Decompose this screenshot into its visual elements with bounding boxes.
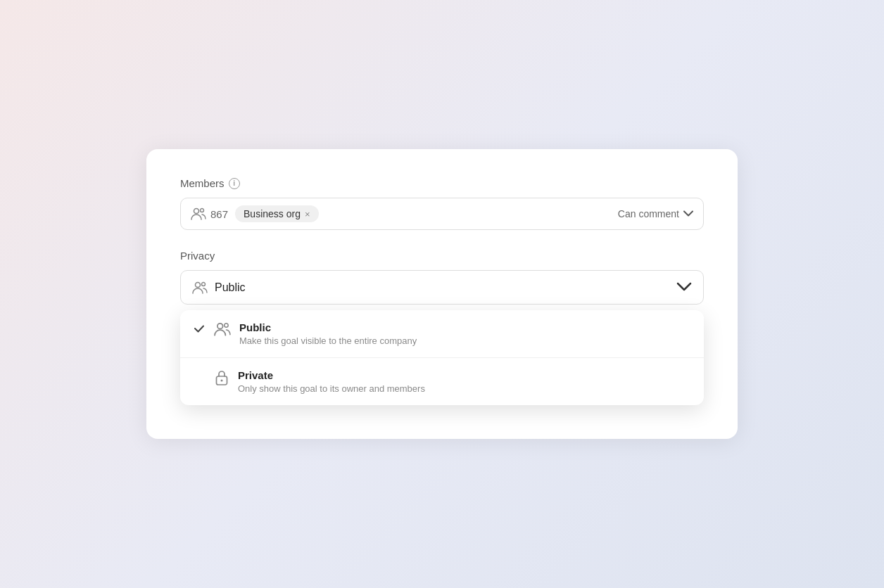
check-icon bbox=[194, 323, 206, 335]
svg-point-5 bbox=[225, 324, 228, 327]
privacy-people-icon bbox=[192, 281, 208, 294]
tag-label: Business org bbox=[244, 208, 301, 219]
public-people-icon bbox=[214, 322, 231, 336]
private-option-content: Private Only show this goal to its owner… bbox=[238, 369, 425, 394]
permission-dropdown[interactable]: Can comment bbox=[618, 208, 693, 219]
member-count-value: 867 bbox=[210, 208, 228, 220]
svg-point-3 bbox=[202, 282, 206, 286]
tag-close-button[interactable]: × bbox=[305, 210, 310, 219]
public-option-title: Public bbox=[239, 321, 417, 333]
private-option-title: Private bbox=[238, 369, 425, 381]
privacy-option-public[interactable]: Public Make this goal visible to the ent… bbox=[180, 310, 704, 358]
people-icon bbox=[191, 207, 206, 220]
privacy-dropdown-panel: Public Make this goal visible to the ent… bbox=[180, 310, 704, 405]
members-section-label: Members i bbox=[180, 177, 704, 189]
svg-point-2 bbox=[196, 282, 201, 287]
members-field: 867 Business org × Can comment bbox=[180, 198, 704, 230]
privacy-label: Privacy bbox=[180, 250, 215, 262]
svg-point-4 bbox=[217, 324, 223, 329]
privacy-option-private[interactable]: Private Only show this goal to its owner… bbox=[180, 358, 704, 405]
members-info-icon[interactable]: i bbox=[229, 178, 240, 189]
permission-label: Can comment bbox=[618, 208, 679, 219]
lock-icon bbox=[214, 369, 229, 386]
members-count: 867 bbox=[191, 207, 228, 220]
private-option-desc: Only show this goal to its owner and mem… bbox=[238, 383, 425, 394]
settings-card: Members i 867 Business org × Can comment bbox=[146, 149, 738, 439]
svg-point-7 bbox=[221, 380, 223, 382]
privacy-section-label: Privacy bbox=[180, 250, 704, 262]
business-org-tag: Business org × bbox=[235, 205, 319, 222]
privacy-select[interactable]: Public bbox=[180, 270, 704, 305]
privacy-select-value: Public bbox=[215, 281, 669, 294]
privacy-chevron-icon bbox=[676, 279, 692, 295]
public-option-content: Public Make this goal visible to the ent… bbox=[239, 321, 417, 346]
members-label: Members bbox=[180, 177, 225, 189]
permission-chevron-icon bbox=[683, 208, 693, 219]
svg-point-1 bbox=[201, 209, 204, 212]
public-option-desc: Make this goal visible to the entire com… bbox=[239, 335, 417, 346]
svg-point-0 bbox=[194, 209, 199, 214]
